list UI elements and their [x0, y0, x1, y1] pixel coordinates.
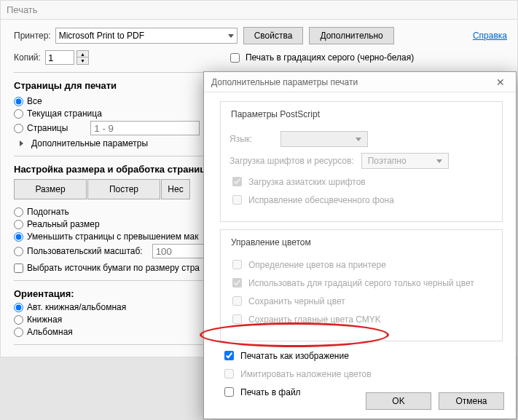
poster-button[interactable]: Постер: [87, 179, 160, 199]
actual-size-label: Реальный размер: [27, 219, 100, 229]
pages-range-input[interactable]: [90, 121, 200, 135]
orient-auto-radio[interactable]: [14, 303, 23, 312]
chevron-down-icon: [436, 159, 442, 163]
copies-label: Копий:: [14, 52, 41, 63]
ok-button[interactable]: OK: [366, 392, 431, 410]
shrink-radio[interactable]: [14, 232, 23, 242]
printer-dropdown[interactable]: Microsoft Print to PDF: [55, 28, 238, 44]
asian-fonts-checkbox: [232, 177, 242, 186]
fontload-value: Поэтапно: [368, 156, 407, 166]
postscript-legend: Параметры PostScript: [228, 109, 323, 119]
shrink-label: Уменьшить страницы с превышением мак: [27, 231, 199, 242]
pages-range-label: Страницы: [27, 123, 68, 133]
language-label: Язык:: [229, 134, 273, 144]
expand-icon[interactable]: [20, 140, 23, 146]
help-link[interactable]: Справка: [473, 31, 507, 41]
multiple-button[interactable]: Нес: [161, 179, 190, 199]
paper-source-checkbox[interactable]: [14, 264, 23, 273]
preserve-cmyk-checkbox: [232, 314, 242, 324]
orient-portrait-label: Книжная: [27, 314, 62, 325]
color-printer-checkbox: [232, 260, 242, 269]
print-as-image-label: Печатать как изображение: [240, 351, 349, 361]
printer-name: Microsoft Print to PDF: [59, 31, 144, 41]
pages-all-radio[interactable]: [14, 97, 23, 106]
print-to-file-label: Печать в файл: [240, 387, 301, 397]
window-title: Печать: [1, 1, 517, 20]
preserve-black-checkbox: [232, 296, 242, 306]
simulate-overprint-label: Имитировать наложение цветов: [240, 369, 372, 379]
gray-black-label: Использовать для градаций серого только …: [248, 278, 474, 288]
actual-size-radio[interactable]: [14, 220, 23, 229]
pages-range-radio[interactable]: [14, 124, 23, 133]
printer-label: Принтер:: [14, 31, 51, 41]
dialog-title: Дополнительные параметры печати: [211, 77, 358, 87]
fit-radio[interactable]: [14, 207, 23, 217]
copies-up-icon[interactable]: ▲: [77, 51, 88, 58]
custom-scale-input[interactable]: [152, 244, 211, 258]
fit-label: Подогнать: [27, 207, 69, 217]
custom-scale-radio[interactable]: [14, 247, 23, 256]
orient-portrait-radio[interactable]: [14, 315, 23, 325]
sizing-section-title: Настройка размера и обработка страниц: [14, 164, 205, 175]
print-to-file-checkbox[interactable]: [224, 387, 234, 397]
grayscale-label: Печать в градациях серого (черно-белая): [246, 52, 414, 63]
pages-all-label: Все: [27, 96, 42, 106]
chevron-down-icon: [228, 34, 234, 38]
simulate-overprint-checkbox: [224, 369, 234, 379]
paper-source-label: Выбрать источник бумаги по размеру стра: [27, 263, 200, 273]
color-legend: Управление цветом: [228, 237, 314, 247]
color-printer-label: Определение цветов на принтере: [248, 260, 386, 270]
color-group: Управление цветом Определение цветов на …: [220, 229, 503, 341]
orient-auto-label: Авт. книжная/альбомная: [27, 302, 126, 312]
print-as-image-checkbox[interactable]: [224, 351, 234, 360]
grayscale-checkbox[interactable]: [230, 53, 240, 63]
fix-bleached-label: Исправление обесцвеченного фона: [248, 195, 394, 205]
copies-input[interactable]: [45, 50, 74, 65]
orient-landscape-label: Альбомная: [27, 327, 73, 337]
asian-fonts-label: Загрузка азиатских шрифтов: [248, 177, 366, 187]
fontload-label: Загрузка шрифтов и ресурсов:: [229, 156, 354, 166]
custom-scale-label: Пользовательский масштаб:: [27, 246, 143, 256]
preserve-cmyk-label: Сохранить главные цвета CMYK: [248, 314, 381, 325]
fix-bleached-checkbox: [232, 195, 242, 205]
pages-current-radio[interactable]: [14, 109, 23, 119]
language-dropdown: [280, 131, 368, 147]
close-icon[interactable]: ✕: [491, 75, 510, 90]
advanced-button[interactable]: Дополнительно: [309, 27, 393, 44]
size-button[interactable]: Размер: [14, 179, 87, 199]
more-page-options[interactable]: Дополнительные параметры: [31, 138, 148, 148]
gray-black-checkbox: [232, 278, 242, 288]
postscript-group: Параметры PostScript Язык: Загрузка шриф…: [220, 101, 503, 222]
orient-landscape-radio[interactable]: [14, 328, 23, 337]
advanced-print-dialog: Дополнительные параметры печати ✕ Параме…: [203, 71, 517, 419]
properties-button[interactable]: Свойства: [243, 27, 304, 44]
chevron-down-icon: [356, 138, 361, 141]
cancel-button[interactable]: Отмена: [439, 392, 504, 410]
fontload-dropdown: Поэтапно: [361, 153, 449, 169]
pages-current-label: Текущая страница: [27, 108, 102, 119]
copies-down-icon[interactable]: ▼: [77, 58, 88, 64]
preserve-black-label: Сохранить черный цвет: [248, 296, 345, 306]
